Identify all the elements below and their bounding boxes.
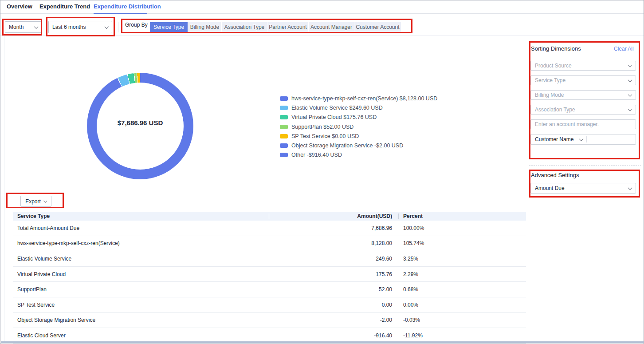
table-row[interactable]: Elastic Volume Service 249.60 3.25% xyxy=(13,251,526,267)
cell-amount: -2.00 xyxy=(273,317,392,323)
chevron-down-icon xyxy=(628,186,632,190)
legend-label: Object Storage Migration Service -$2.00 … xyxy=(291,142,403,149)
tab-bar: Overview Expenditure Trend Expenditure D… xyxy=(0,0,644,14)
cell-amount: 249.60 xyxy=(273,256,392,262)
export-button[interactable]: Export xyxy=(20,196,51,207)
cell-percent: 0.68% xyxy=(392,286,481,293)
table-row[interactable]: Object Storage Migration Service -2.00 -… xyxy=(13,313,526,328)
account-manager-input[interactable] xyxy=(535,121,632,127)
table-row[interactable]: hws-service-type-mkp-self-cxz-ren(Servic… xyxy=(13,236,526,252)
chevron-down-icon xyxy=(628,63,632,67)
service-type-select[interactable]: Service Type xyxy=(530,75,636,85)
legend-item[interactable]: SP Test Service $0.00 USD xyxy=(280,131,437,141)
customer-filter: Customer Name xyxy=(530,134,636,145)
table-header-row: Service Type Amount(USD) Percent xyxy=(13,212,526,221)
cell-percent: 105.74% xyxy=(392,240,481,246)
cell-service-type: Virtual Private Cloud xyxy=(13,271,273,277)
legend-item[interactable]: SupportPlan $52.00 USD xyxy=(280,122,437,131)
billing-mode-placeholder: Billing Mode xyxy=(535,92,564,98)
customer-filter-divider xyxy=(586,136,587,142)
header-column-divider xyxy=(398,214,399,219)
tab-overview[interactable]: Overview xyxy=(7,0,32,14)
cell-amount: -916.40 xyxy=(273,332,392,339)
table-row[interactable]: SP Test Service 0.00 0.00% xyxy=(13,297,526,313)
cell-percent: -0.03% xyxy=(392,317,481,323)
table-row[interactable]: Elastic Cloud Server -916.40 -11.92% xyxy=(13,328,526,344)
tab-expenditure-trend[interactable]: Expenditure Trend xyxy=(39,0,90,14)
donut-chart[interactable]: $7,686.96 USD xyxy=(87,73,193,179)
chevron-down-icon xyxy=(105,24,109,29)
column-header-percent[interactable]: Percent xyxy=(392,213,481,219)
table-row[interactable]: SupportPlan 52.00 0.68% xyxy=(13,282,526,297)
legend-label: Elastic Volume Service $249.60 USD xyxy=(291,105,383,111)
tab-expenditure-distribution[interactable]: Expenditure Distribution xyxy=(94,0,161,14)
chevron-down-icon xyxy=(34,24,39,29)
date-range-select[interactable]: Last 6 months xyxy=(48,21,112,33)
legend-item[interactable]: Elastic Volume Service $249.60 USD xyxy=(280,103,437,112)
cell-amount: 0.00 xyxy=(273,302,392,308)
chevron-down-icon xyxy=(628,78,632,82)
chart-legend: hws-service-type-mkp-self-cxz-ren(Servic… xyxy=(280,94,437,160)
group-option-billing-mode[interactable]: Billing Mode xyxy=(188,22,221,32)
amount-type-select[interactable]: Amount Due xyxy=(530,183,636,194)
chevron-down-icon xyxy=(628,92,632,97)
expenditure-table: Service Type Amount(USD) Percent Total A… xyxy=(13,212,526,344)
cell-service-type: Object Storage Migration Service xyxy=(13,317,273,323)
legend-swatch xyxy=(280,153,288,157)
table-row[interactable]: Virtual Private Cloud 175.76 2.29% xyxy=(13,267,526,282)
cell-amount: 52.00 xyxy=(273,286,392,293)
cycle-select[interactable]: Month xyxy=(5,21,42,33)
chevron-down-icon xyxy=(628,107,632,111)
panel-separator xyxy=(529,165,641,166)
customer-name-input[interactable] xyxy=(590,136,632,142)
group-option-association-type[interactable]: Association Type xyxy=(222,22,267,32)
group-option-service-type[interactable]: Service Type xyxy=(150,22,188,32)
cell-percent: -11.92% xyxy=(392,332,481,339)
customer-filter-type-select[interactable]: Customer Name xyxy=(535,136,573,142)
cell-service-type: Elastic Cloud Server xyxy=(13,332,273,339)
scrollbar-track-edge[interactable] xyxy=(642,0,642,344)
cell-percent: 100.00% xyxy=(392,225,481,231)
legend-swatch xyxy=(280,134,288,138)
cell-amount: 175.76 xyxy=(273,271,392,277)
cell-service-type: SupportPlan xyxy=(13,286,273,293)
legend-item[interactable]: Virtual Private Cloud $175.76 USD xyxy=(280,113,437,122)
legend-item[interactable]: hws-service-type-mkp-self-cxz-ren(Servic… xyxy=(280,94,437,103)
column-header-service-type[interactable]: Service Type xyxy=(13,213,273,219)
group-option-account-manager[interactable]: Account Manager xyxy=(309,22,354,32)
cycle-select-value: Month xyxy=(9,24,24,30)
advanced-settings-title: Advanced Settings xyxy=(531,172,579,178)
export-button-label: Export xyxy=(25,198,41,205)
cell-percent: 0.00% xyxy=(392,302,481,308)
header-column-divider xyxy=(269,214,269,219)
legend-label: hws-service-type-mkp-self-cxz-ren(Servic… xyxy=(291,95,437,102)
table-row[interactable]: Total Amount-Amount Due 7,686.96 100.00% xyxy=(13,221,526,236)
cell-service-type: Elastic Volume Service xyxy=(13,256,273,262)
content-border xyxy=(4,36,4,343)
legend-label: SP Test Service $0.00 USD xyxy=(291,133,359,139)
donut-center-total: $7,686.96 USD xyxy=(87,119,193,127)
product-source-select[interactable]: Product Source xyxy=(530,61,636,71)
date-range-value: Last 6 months xyxy=(52,24,86,30)
cell-amount: 7,686.96 xyxy=(273,225,392,231)
clear-all-link[interactable]: Clear All xyxy=(614,46,634,52)
legend-item[interactable]: Object Storage Migration Service -$2.00 … xyxy=(280,141,437,150)
sorting-dimensions-title: Sorting Dimensions xyxy=(531,45,581,52)
group-option-customer-account[interactable]: Customer Account xyxy=(354,22,401,32)
legend-item[interactable]: Other -$916.40 USD xyxy=(280,150,437,160)
group-option-partner-account[interactable]: Partner Account xyxy=(267,22,308,32)
legend-label: Other -$916.40 USD xyxy=(291,152,342,158)
cell-amount: 8,128.00 xyxy=(273,240,392,246)
legend-swatch xyxy=(280,96,288,101)
column-header-amount[interactable]: Amount(USD) xyxy=(273,213,392,219)
association-type-select[interactable]: Association Type xyxy=(530,105,636,115)
chevron-down-icon xyxy=(43,199,47,202)
legend-label: Virtual Private Cloud $175.76 USD xyxy=(291,114,377,120)
cell-service-type: hws-service-type-mkp-self-cxz-ren(Servic… xyxy=(13,240,273,246)
cell-percent: 2.29% xyxy=(392,271,481,277)
legend-swatch xyxy=(280,125,288,129)
association-type-placeholder: Association Type xyxy=(535,107,575,113)
cell-service-type: Total Amount-Amount Due xyxy=(13,225,273,231)
billing-mode-select[interactable]: Billing Mode xyxy=(530,90,636,100)
filter-divider xyxy=(118,22,118,32)
